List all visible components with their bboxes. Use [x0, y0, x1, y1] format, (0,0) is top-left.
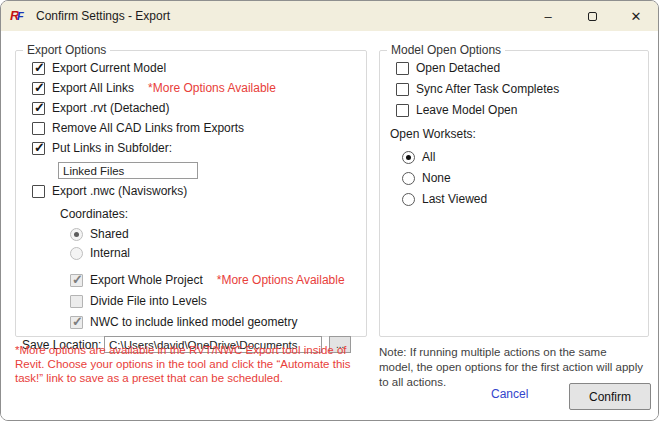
- titlebar: R F Confirm Settings - Export – ✕: [1, 1, 658, 31]
- checkbox-box: [396, 104, 409, 117]
- radio-label: Last Viewed: [422, 192, 487, 206]
- confirm-button[interactable]: Confirm: [569, 383, 651, 410]
- checkbox-label: Export All Links: [52, 81, 134, 95]
- more-options-note: *More Options Available: [148, 81, 276, 95]
- radio-worksets-none[interactable]: None: [402, 171, 642, 185]
- checkbox-label: Sync After Task Completes: [416, 82, 559, 96]
- checkbox-box: [32, 142, 45, 155]
- logo-letter-f: F: [17, 9, 24, 23]
- checkbox-export-all-links[interactable]: Export All Links *More Options Available: [32, 81, 360, 95]
- checkbox-put-links-in-subfolder[interactable]: Put Links in Subfolder:: [32, 141, 360, 155]
- coordinates-label: Coordinates:: [60, 207, 360, 221]
- checkbox-sync-after-task[interactable]: Sync After Task Completes: [396, 82, 642, 96]
- checkbox-box: [396, 83, 409, 96]
- checkbox-nwc-linked-geometry[interactable]: NWC to include linked model geometry: [70, 315, 360, 329]
- cancel-link[interactable]: Cancel: [491, 387, 528, 401]
- checkbox-box: [70, 274, 83, 287]
- checkbox-label: Export Current Model: [52, 61, 166, 75]
- checkbox-label: Export .nwc (Navisworks): [52, 184, 187, 198]
- radio-circle: [70, 228, 83, 241]
- model-open-options-title: Model Open Options: [387, 43, 505, 57]
- checkbox-remove-cad-links[interactable]: Remove All CAD Links from Exports: [32, 121, 360, 135]
- checkbox-label: NWC to include linked model geometry: [90, 315, 297, 329]
- export-options-group: Export Options Export Current Model Expo…: [15, 43, 367, 337]
- window-title: Confirm Settings - Export: [36, 9, 170, 23]
- checkbox-open-detached[interactable]: Open Detached: [396, 61, 642, 75]
- checkbox-label: Open Detached: [416, 61, 500, 75]
- checkbox-box: [70, 295, 83, 308]
- export-options-title: Export Options: [23, 43, 110, 57]
- checkbox-label: Leave Model Open: [416, 103, 517, 117]
- checkbox-label: Put Links in Subfolder:: [52, 141, 172, 155]
- close-icon[interactable]: ✕: [614, 1, 658, 31]
- checkbox-label: Export Whole Project: [90, 273, 203, 287]
- app-logo-icon: R F: [10, 8, 28, 24]
- dialog-content: Export Options Export Current Model Expo…: [1, 31, 658, 420]
- radio-worksets-last-viewed[interactable]: Last Viewed: [402, 192, 642, 206]
- export-more-options-note: *More options are available in the RVT/N…: [15, 343, 369, 385]
- checkbox-label: Export .rvt (Detached): [52, 101, 169, 115]
- checkbox-box: [396, 62, 409, 75]
- radio-label: None: [422, 171, 451, 185]
- checkbox-label: Remove All CAD Links from Exports: [52, 121, 244, 135]
- checkbox-label: Divide File into Levels: [90, 294, 207, 308]
- checkbox-box: [32, 122, 45, 135]
- checkbox-export-whole-project[interactable]: Export Whole Project *More Options Avail…: [70, 273, 360, 287]
- window-controls: – ✕: [526, 1, 658, 31]
- checkbox-divide-file-into-levels[interactable]: Divide File into Levels: [70, 294, 360, 308]
- checkbox-export-current-model[interactable]: Export Current Model: [32, 61, 360, 75]
- checkbox-export-rvt-detached[interactable]: Export .rvt (Detached): [32, 101, 360, 115]
- radio-circle: [402, 172, 415, 185]
- subfolder-name-input[interactable]: [58, 162, 198, 179]
- open-worksets-label: Open Worksets:: [390, 127, 642, 141]
- checkbox-box: [32, 102, 45, 115]
- radio-label: Shared: [90, 227, 129, 241]
- checkbox-box: [32, 82, 45, 95]
- radio-circle: [402, 151, 415, 164]
- radio-circle: [402, 193, 415, 206]
- maximize-icon[interactable]: [570, 1, 614, 31]
- model-open-options-group: Model Open Options Open Detached Sync Af…: [379, 43, 649, 337]
- minimize-icon[interactable]: –: [526, 1, 570, 31]
- checkbox-leave-model-open[interactable]: Leave Model Open: [396, 103, 642, 117]
- checkbox-box: [32, 185, 45, 198]
- radio-coordinates-internal[interactable]: Internal: [70, 246, 360, 260]
- more-options-note: *More Options Available: [217, 273, 345, 287]
- radio-label: All: [422, 150, 435, 164]
- radio-worksets-all[interactable]: All: [402, 150, 642, 164]
- radio-coordinates-shared[interactable]: Shared: [70, 227, 360, 241]
- radio-label: Internal: [90, 246, 130, 260]
- dialog-window: R F Confirm Settings - Export – ✕ Export…: [0, 0, 659, 421]
- checkbox-export-nwc[interactable]: Export .nwc (Navisworks): [32, 184, 360, 198]
- checkbox-box: [70, 316, 83, 329]
- radio-circle: [70, 247, 83, 260]
- checkbox-box: [32, 62, 45, 75]
